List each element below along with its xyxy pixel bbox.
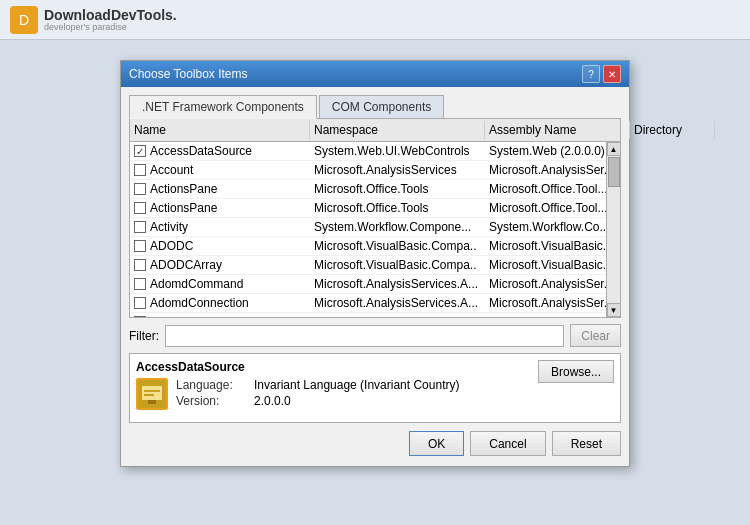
dialog: Choose Toolbox Items ? ✕ .NET Framework … [120,60,630,467]
table-row[interactable]: Account Microsoft.AnalysisServices Micro… [130,161,620,180]
row-namespace: Microsoft.AnalysisServices [310,161,485,179]
filter-section: Filter: Clear [129,324,621,347]
row-name: ADODCArray [130,256,310,274]
close-button[interactable]: ✕ [603,65,621,83]
row-assembly: Microsoft.Office.Tool... [485,199,620,217]
row-namespace: Microsoft.AnalysisServices.A... [310,313,485,317]
filter-input[interactable] [165,325,564,347]
row-name: AdomdCommand [130,275,310,293]
row-assembly: Microsoft.VisualBasic... [485,256,620,274]
info-icon [136,378,168,410]
svg-rect-2 [144,390,160,392]
table-row[interactable]: ✓ AccessDataSource System.Web.UI.WebCont… [130,142,620,161]
table-row[interactable]: ADODCArray Microsoft.VisualBasic.Compa..… [130,256,620,275]
version-value: 2.0.0.0 [254,394,291,408]
table-row[interactable]: ActionsPane Microsoft.Office.Tools Micro… [130,180,620,199]
reset-button[interactable]: Reset [552,431,621,456]
scroll-thumb[interactable] [608,157,620,187]
app-logo-icon: D [10,6,38,34]
row-assembly: Microsoft.Office.Tool... [485,180,620,198]
table-body: ✓ AccessDataSource System.Web.UI.WebCont… [130,142,620,317]
table-row[interactable]: AdomdConnection Microsoft.AnalysisServic… [130,294,620,313]
row-assembly: Microsoft.AnalysisSer... [485,275,620,293]
dialog-titlebar: Choose Toolbox Items ? ✕ [121,61,629,87]
col-directory: Directory [630,121,715,139]
row-name: ActionsPane [130,180,310,198]
row-assembly: Microsoft.AnalysisSer... [485,294,620,312]
scroll-track [607,156,620,303]
row-checkbox[interactable] [134,202,146,214]
row-namespace: System.Web.UI.WebControls [310,142,485,160]
row-checkbox[interactable] [134,297,146,309]
row-namespace: Microsoft.VisualBasic.Compa.. [310,237,485,255]
svg-rect-4 [148,400,156,404]
svg-rect-3 [144,394,154,396]
filter-label: Filter: [129,329,159,343]
row-checkbox[interactable] [134,259,146,271]
table-header: Name Namespace Assembly Name Directory [130,119,620,142]
row-namespace: Microsoft.VisualBasic.Compa.. [310,256,485,274]
col-scroll [715,121,729,139]
info-box: AccessDataSource Language: Invariant Lan… [129,353,621,423]
help-button[interactable]: ? [582,65,600,83]
scroll-down[interactable]: ▼ [607,303,621,317]
row-name: AdomdDataAdapter [130,313,310,317]
dialog-controls: ? ✕ [582,65,621,83]
row-checkbox[interactable]: ✓ [134,145,146,157]
tab-bar: .NET Framework Components COM Components [129,95,621,119]
language-value: Invariant Language (Invariant Country) [254,378,459,392]
dialog-body: .NET Framework Components COM Components… [121,87,629,466]
components-table: Name Namespace Assembly Name Directory ✓… [129,118,621,318]
app-logo-text: DownloadDevTools. developer's paradise [44,7,177,32]
row-namespace: Microsoft.Office.Tools [310,180,485,198]
row-name: AdomdConnection [130,294,310,312]
row-checkbox[interactable] [134,316,146,317]
row-name: Activity [130,218,310,236]
row-name: ✓ AccessDataSource [130,142,310,160]
row-assembly: System.Workflow.Co... [485,218,620,236]
row-namespace: Microsoft.AnalysisServices.A... [310,275,485,293]
language-label: Language: [176,378,246,392]
scroll-up[interactable]: ▲ [607,142,621,156]
svg-rect-1 [142,386,162,400]
row-checkbox[interactable] [134,278,146,290]
ok-button[interactable]: OK [409,431,464,456]
table-row[interactable]: AdomdCommand Microsoft.AnalysisServices.… [130,275,620,294]
table-row[interactable]: ActionsPane Microsoft.Office.Tools Micro… [130,199,620,218]
version-label: Version: [176,394,246,408]
row-assembly: Microsoft.AnalysisSer... [485,313,620,317]
row-assembly: System.Web (2.0.0.0) [485,142,620,160]
browse-button[interactable]: Browse... [538,360,614,383]
table-row[interactable]: ADODC Microsoft.VisualBasic.Compa.. Micr… [130,237,620,256]
row-checkbox[interactable] [134,221,146,233]
row-assembly: Microsoft.AnalysisSer... [485,161,620,179]
info-version-row: Version: 2.0.0.0 [176,394,614,408]
row-namespace: Microsoft.Office.Tools [310,199,485,217]
col-assembly: Assembly Name [485,121,630,139]
table-row[interactable]: Activity System.Workflow.Compone... Syst… [130,218,620,237]
row-name: ActionsPane [130,199,310,217]
row-namespace: Microsoft.AnalysisServices.A... [310,294,485,312]
dialog-footer: OK Cancel Reset [129,431,621,458]
clear-button[interactable]: Clear [570,324,621,347]
row-name: ADODC [130,237,310,255]
table-row[interactable]: AdomdDataAdapter Microsoft.AnalysisServi… [130,313,620,317]
row-namespace: System.Workflow.Compone... [310,218,485,236]
row-checkbox[interactable] [134,240,146,252]
tab-net-framework[interactable]: .NET Framework Components [129,95,317,119]
cancel-button[interactable]: Cancel [470,431,545,456]
col-namespace: Namespace [310,121,485,139]
col-name: Name [130,121,310,139]
dialog-title: Choose Toolbox Items [129,67,248,81]
tab-com-components[interactable]: COM Components [319,95,444,119]
row-checkbox[interactable] [134,164,146,176]
row-name: Account [130,161,310,179]
row-checkbox[interactable] [134,183,146,195]
table-scrollbar[interactable]: ▲ ▼ [606,142,620,317]
top-bar: D DownloadDevTools. developer's paradise [0,0,750,40]
row-assembly: Microsoft.VisualBasic... [485,237,620,255]
